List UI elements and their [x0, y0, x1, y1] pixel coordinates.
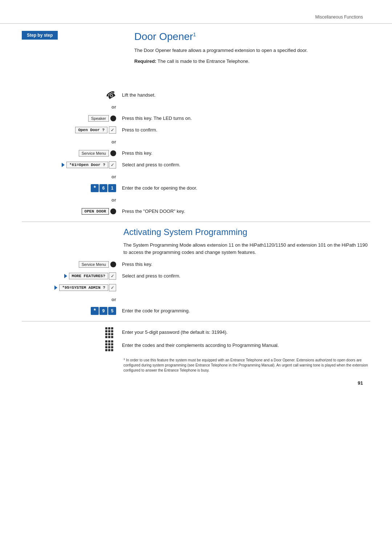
- open-door-check: ✓: [109, 126, 116, 134]
- codes-instruction: Enter the codes and their complements ac…: [122, 343, 279, 348]
- service-menu-label-2: Service Menu: [79, 261, 109, 268]
- open-door-lcd: Open Door ?: [75, 127, 107, 133]
- system-admin-check: ✓: [109, 284, 116, 291]
- open-door-nav-instruction: Press to confirm.: [122, 127, 158, 133]
- star61-lcd: *61=Open Door ?: [66, 162, 108, 168]
- step-codes: Enter the codes and their complements ac…: [22, 340, 370, 351]
- step-code-star95: * 9 5 Enter the code for programming.: [22, 306, 370, 316]
- step-by-step-badge: Step by step: [22, 31, 58, 40]
- speaker-button-label: Speaker: [88, 115, 109, 122]
- step-service-menu-1: Service Menu Press this key.: [22, 148, 370, 158]
- page-number: 91: [0, 380, 392, 386]
- step-open-door-button: OPEN DOOR Press the "OPEN DOOR" key.: [22, 206, 370, 216]
- step-password: Enter your 5-digit password (the default…: [22, 327, 370, 338]
- header-title: Miscellaneous Functions: [315, 15, 363, 20]
- more-features-lcd: MORE FEATURES?: [69, 273, 108, 279]
- nav-arrow-1: [62, 163, 65, 167]
- code-star95-instruction: Enter the code for programming.: [122, 308, 190, 313]
- or-divider-1: or: [22, 102, 370, 112]
- key-5: 5: [108, 307, 116, 315]
- password-instruction: Enter your 5-digit password (the default…: [122, 329, 228, 335]
- door-opener-description: The Door Opener feature allows a program…: [134, 47, 370, 54]
- code-star61-instruction: Enter the code for opening the door.: [122, 185, 197, 191]
- handset-icon: ☎: [105, 89, 118, 102]
- system-admin-lcd: *95=SYSTEM ADMIN ?: [59, 284, 108, 291]
- key-star-2: *: [91, 307, 99, 315]
- service-menu-instruction-1: Press this key.: [122, 150, 152, 156]
- open-door-button-label: OPEN DOOR: [82, 208, 109, 215]
- service-menu-circle-1: [110, 150, 116, 156]
- step-open-door-nav: Open Door ? ✓ Press to confirm.: [22, 125, 370, 135]
- key-star-1: *: [91, 184, 99, 192]
- step-speaker: Speaker Press this key. The LED turns on…: [22, 113, 370, 123]
- star61-check: ✓: [109, 161, 116, 169]
- step-code-star61: * 6 1 Enter the code for opening the doo…: [22, 183, 370, 193]
- key-9: 9: [99, 307, 107, 315]
- step-system-admin: *95=SYSTEM ADMIN ? ✓: [22, 283, 370, 293]
- or-divider-3: or: [22, 171, 370, 182]
- star61-instruction: Select and press to confirm.: [122, 162, 180, 167]
- open-door-button-instruction: Press the "OPEN DOOR" key.: [122, 208, 185, 214]
- service-menu-instruction-2: Press this key.: [122, 262, 152, 267]
- open-door-circle: [110, 208, 116, 214]
- keypad-icon-2: [105, 340, 113, 351]
- footnote: 1 In order to use this feature the syste…: [123, 357, 370, 373]
- more-features-instruction: Select and press to confirm.: [122, 273, 180, 279]
- service-menu-label-1: Service Menu: [79, 150, 109, 157]
- key-1: 1: [108, 184, 116, 192]
- or-divider-5: or: [22, 294, 370, 304]
- section-title-door-opener: Door Opener1: [134, 31, 370, 42]
- nav-arrow-2: [64, 274, 67, 278]
- or-divider-4: or: [22, 195, 370, 205]
- nav-arrow-3: [54, 285, 57, 290]
- lift-handset-instruction: Lift the handset.: [122, 92, 156, 98]
- door-opener-required: Required: The call is made to the Entran…: [134, 58, 370, 65]
- activating-description: The System Programming Mode allows exten…: [123, 242, 370, 256]
- keypad-icon-1: [105, 327, 113, 338]
- step-service-menu-2: Service Menu Press this key.: [22, 259, 370, 270]
- step-lift-handset: ☎ Lift the handset.: [22, 90, 370, 100]
- section-door-opener: Door Opener1 The Door Opener feature all…: [134, 31, 370, 65]
- speaker-circle: [110, 116, 116, 121]
- step-more-features: MORE FEATURES? ✓ Select and press to con…: [22, 271, 370, 281]
- more-features-check: ✓: [109, 272, 116, 280]
- section-title-activating: Activating System Programming: [123, 227, 370, 237]
- key-6: 6: [99, 184, 107, 192]
- or-divider-2: or: [22, 137, 370, 147]
- speaker-instruction: Press this key. The LED turns on.: [122, 116, 192, 121]
- page-header: Miscellaneous Functions: [0, 0, 392, 24]
- step-star61: *61=Open Door ? ✓ Select and press to co…: [22, 160, 370, 170]
- service-menu-circle-2: [110, 262, 116, 267]
